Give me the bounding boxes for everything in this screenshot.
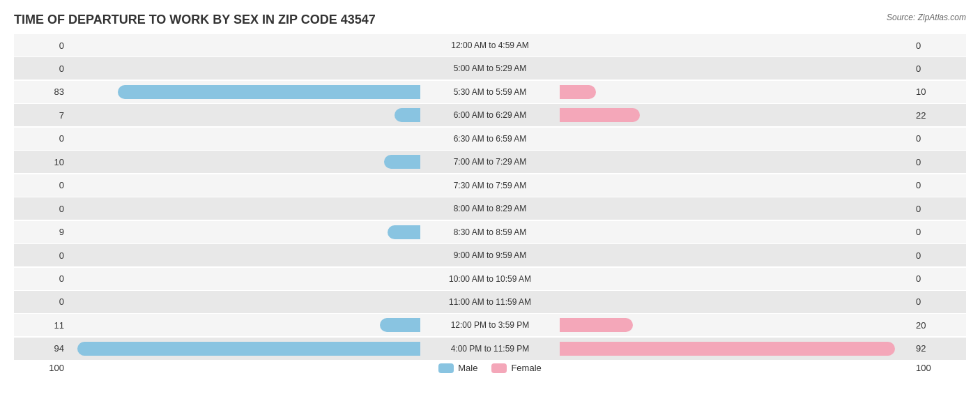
time-label: 7:00 AM to 7:29 AM: [420, 157, 560, 167]
time-label: 6:00 AM to 6:29 AM: [420, 110, 560, 120]
bar-left-container: [70, 221, 420, 243]
bar-right-container: [560, 291, 910, 313]
female-value: 0: [910, 204, 966, 214]
bar-male: [380, 318, 420, 332]
bar-left-container: [70, 81, 420, 103]
chart-row: 06:30 AM to 6:59 AM0: [14, 128, 966, 150]
time-label: 9:00 AM to 9:59 AM: [420, 250, 560, 260]
female-value: 10: [910, 86, 966, 97]
source-text: Source: ZipAtlas.com: [887, 13, 966, 22]
bar-right-container: [560, 174, 910, 197]
scale-row: 100 Male Female 100: [14, 363, 966, 373]
bar-left-container: [70, 338, 420, 360]
legend-male-label: Male: [458, 363, 477, 373]
chart-row: 011:00 AM to 11:59 AM0: [14, 291, 966, 313]
bar-right-container: [560, 128, 910, 150]
bar-right-container: [560, 314, 910, 336]
time-label: 8:00 AM to 8:29 AM: [420, 204, 560, 213]
bar-right-container: [560, 151, 910, 173]
female-value: 0: [910, 40, 966, 51]
time-label: 5:30 AM to 5:59 AM: [420, 87, 560, 97]
bar-female: [560, 318, 633, 332]
female-value: 0: [910, 296, 966, 307]
male-value: 11: [14, 320, 70, 331]
male-value: 83: [14, 86, 70, 97]
bar-left-container: [70, 268, 420, 290]
chart-title: TIME OF DEPARTURE TO WORK BY SEX IN ZIP …: [14, 13, 966, 27]
bar-right-container: [560, 244, 910, 266]
chart-row: 09:00 AM to 9:59 AM0: [14, 244, 966, 266]
time-label: 12:00 PM to 3:59 PM: [420, 320, 560, 330]
bar-right-container: [560, 57, 910, 80]
bar-male: [384, 155, 420, 169]
legend-male: Male: [438, 363, 477, 373]
time-label: 10:00 AM to 10:59 AM: [420, 274, 560, 284]
bar-left-container: [70, 57, 420, 80]
bar-female: [560, 342, 895, 356]
time-label: 5:00 AM to 5:29 AM: [420, 63, 560, 73]
female-value: 0: [910, 133, 966, 144]
bar-right-container: [560, 221, 910, 243]
bar-male: [388, 225, 420, 239]
legend-female-box: [491, 363, 507, 373]
male-value: 0: [14, 273, 70, 284]
time-label: 12:00 AM to 4:59 AM: [420, 40, 560, 50]
bar-female: [560, 108, 640, 122]
bar-left-container: [70, 197, 420, 220]
time-label: 4:00 PM to 11:59 PM: [420, 344, 560, 354]
legend-male-box: [438, 363, 454, 373]
legend: Male Female: [70, 363, 910, 373]
chart-row: 05:00 AM to 5:29 AM0: [14, 57, 966, 80]
female-value: 22: [910, 110, 966, 121]
bar-right-container: [560, 197, 910, 220]
female-value: 0: [910, 227, 966, 237]
bar-right-container: [560, 81, 910, 103]
chart-row: 010:00 AM to 10:59 AM0: [14, 268, 966, 290]
female-value: 0: [910, 180, 966, 190]
male-value: 94: [14, 343, 70, 354]
female-value: 0: [910, 157, 966, 167]
male-value: 9: [14, 227, 70, 237]
male-value: 0: [14, 40, 70, 51]
bar-left-container: [70, 244, 420, 266]
male-value: 7: [14, 110, 70, 121]
bar-left-container: [70, 291, 420, 313]
bar-right-container: [560, 268, 910, 290]
male-value: 0: [14, 133, 70, 144]
bar-male: [118, 85, 420, 99]
bar-left-container: [70, 34, 420, 56]
chart-row: 944:00 PM to 11:59 PM92: [14, 338, 966, 360]
female-value: 20: [910, 320, 966, 331]
bar-left-container: [70, 151, 420, 173]
chart-row: 76:00 AM to 6:29 AM22: [14, 104, 966, 126]
female-value: 92: [910, 343, 966, 354]
male-value: 10: [14, 157, 70, 167]
legend-female-label: Female: [511, 363, 541, 373]
male-value: 0: [14, 63, 70, 74]
chart-row: 08:00 AM to 8:29 AM0: [14, 197, 966, 220]
female-value: 0: [910, 63, 966, 74]
bar-female: [560, 85, 596, 99]
bar-left-container: [70, 104, 420, 126]
chart-row: 07:30 AM to 7:59 AM0: [14, 174, 966, 197]
bar-male: [77, 342, 420, 356]
chart-container: TIME OF DEPARTURE TO WORK BY SEX IN ZIP …: [0, 0, 980, 415]
bar-right-container: [560, 338, 910, 360]
scale-left: 100: [14, 363, 70, 373]
chart-row: 835:30 AM to 5:59 AM10: [14, 81, 966, 103]
legend-female: Female: [491, 363, 541, 373]
time-label: 11:00 AM to 11:59 AM: [420, 297, 560, 307]
chart-row: 012:00 AM to 4:59 AM0: [14, 34, 966, 56]
female-value: 0: [910, 273, 966, 284]
scale-right: 100: [910, 363, 966, 373]
bar-left-container: [70, 314, 420, 336]
bar-right-container: [560, 104, 910, 126]
time-label: 6:30 AM to 6:59 AM: [420, 134, 560, 144]
chart-row: 1112:00 PM to 3:59 PM20: [14, 314, 966, 336]
female-value: 0: [910, 250, 966, 261]
male-value: 0: [14, 204, 70, 214]
bar-male: [395, 108, 420, 122]
scale-middle: Male Female: [70, 363, 910, 373]
male-value: 0: [14, 180, 70, 190]
time-label: 7:30 AM to 7:59 AM: [420, 181, 560, 190]
